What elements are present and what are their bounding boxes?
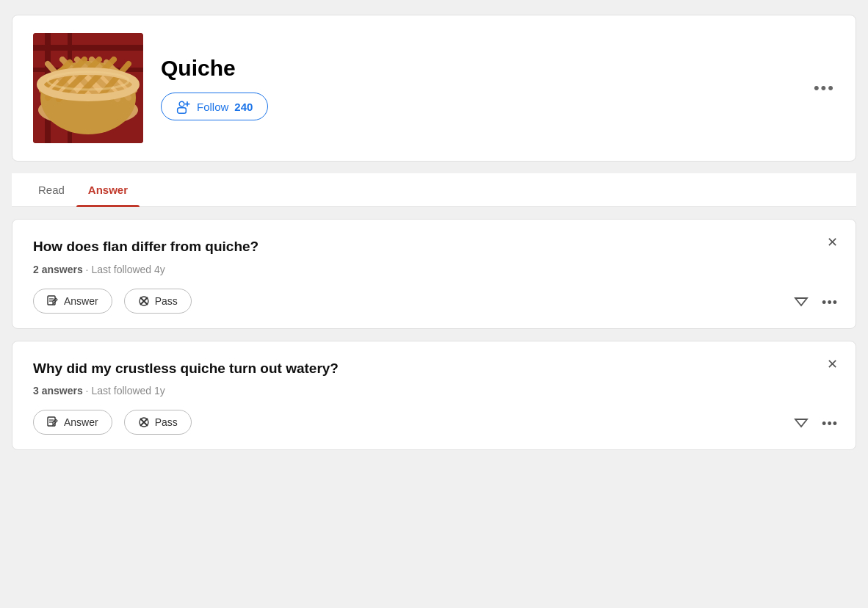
- pen-icon-2: [47, 416, 59, 428]
- more-button-1[interactable]: •••: [822, 295, 838, 311]
- pass-button-1[interactable]: Pass: [124, 289, 192, 314]
- downvote-button-2[interactable]: [792, 413, 810, 435]
- more-dots-icon: •••: [814, 79, 835, 97]
- card-right-actions-2: •••: [792, 413, 838, 435]
- answer-button-2[interactable]: Answer: [33, 410, 112, 435]
- page-wrapper: Quiche Follow 240 ••• Read Answer: [0, 0, 868, 465]
- answers-count-1: 2 answers: [33, 264, 83, 275]
- close-icon-2: ✕: [827, 357, 838, 372]
- question-title-1: How does flan differ from quiche?: [33, 237, 835, 256]
- pass-label-1: Pass: [155, 295, 178, 307]
- svg-marker-31: [795, 298, 807, 305]
- pen-icon-1: [47, 295, 59, 307]
- tabs-bar: Read Answer: [12, 173, 856, 207]
- pass-button-2[interactable]: Pass: [124, 410, 192, 435]
- svg-rect-20: [178, 108, 187, 114]
- pass-icon-2: [138, 416, 150, 428]
- question-meta-1: 2 answers · Last followed 4y: [33, 264, 835, 275]
- follow-icon: [176, 99, 191, 114]
- more-options-button[interactable]: •••: [814, 79, 835, 98]
- tab-answer[interactable]: Answer: [76, 173, 140, 206]
- follow-button[interactable]: Follow 240: [161, 93, 268, 120]
- topic-info: Quiche Follow 240: [161, 56, 268, 120]
- question-meta-2: 3 answers · Last followed 1y: [33, 385, 835, 397]
- card-right-actions-1: •••: [792, 292, 838, 314]
- pass-icon-1: [138, 295, 150, 307]
- dismiss-button-2[interactable]: ✕: [827, 356, 838, 372]
- answer-label-1: Answer: [64, 295, 98, 307]
- answers-count-2: 3 answers: [33, 385, 83, 397]
- topic-title: Quiche: [161, 56, 268, 81]
- follow-label: Follow: [197, 101, 228, 113]
- more-dots-icon-2: •••: [822, 416, 838, 431]
- downvote-button-1[interactable]: [792, 292, 810, 314]
- more-button-2[interactable]: •••: [822, 416, 838, 432]
- svg-point-21: [179, 101, 184, 106]
- tab-read[interactable]: Read: [26, 173, 76, 206]
- answer-button-1[interactable]: Answer: [33, 289, 112, 314]
- more-dots-icon-1: •••: [822, 295, 838, 310]
- question-title-2: Why did my crustless quiche turn out wat…: [33, 359, 835, 378]
- down-arrow-icon-1: [792, 292, 810, 310]
- answer-label-2: Answer: [64, 416, 98, 428]
- close-icon-1: ✕: [827, 235, 838, 250]
- last-followed-1: Last followed 4y: [91, 264, 164, 275]
- topic-card: Quiche Follow 240 •••: [12, 15, 856, 162]
- last-followed-2: Last followed 1y: [91, 385, 164, 397]
- question-card-2: Why did my crustless quiche turn out wat…: [12, 341, 856, 451]
- question-actions-2: Answer Pass: [33, 410, 835, 435]
- topic-image: [33, 33, 143, 143]
- down-arrow-icon-2: [792, 413, 810, 431]
- pass-label-2: Pass: [155, 416, 178, 428]
- svg-marker-39: [795, 419, 807, 427]
- follow-count: 240: [234, 101, 253, 113]
- question-actions-1: Answer Pass: [33, 289, 835, 314]
- question-card-1: How does flan differ from quiche? 2 answ…: [12, 219, 856, 329]
- dismiss-button-1[interactable]: ✕: [827, 234, 838, 250]
